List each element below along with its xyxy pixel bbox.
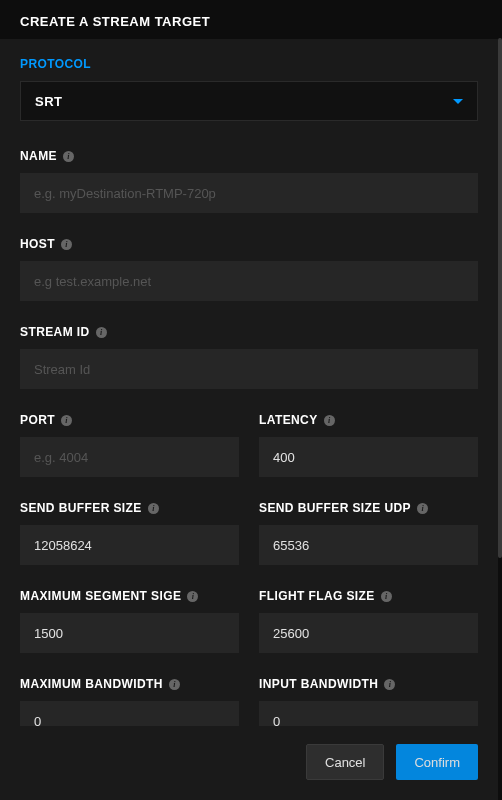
protocol-label-row: PROTOCOL [20,57,478,71]
chevron-down-icon [453,99,463,104]
protocol-label: PROTOCOL [20,57,91,71]
dialog-footer: Cancel Confirm [0,726,498,800]
info-icon[interactable] [61,239,72,250]
send-buffer-size-input[interactable] [20,525,239,565]
flight-flag-size-label: FLIGHT FLAG SIZE [259,589,375,603]
scrollbar-track[interactable] [498,38,502,800]
dialog-create-stream-target: CREATE A STREAM TARGET PROTOCOL SRT NAME… [0,0,502,800]
latency-input[interactable] [259,437,478,477]
maximum-bandwidth-label: MAXIMUM BANDWIDTH [20,677,163,691]
info-icon[interactable] [148,503,159,514]
protocol-select[interactable]: SRT [20,81,478,121]
info-icon[interactable] [169,679,180,690]
info-icon[interactable] [63,151,74,162]
info-icon[interactable] [381,591,392,602]
host-label: HOST [20,237,55,251]
stream-id-label: STREAM ID [20,325,90,339]
send-buffer-size-udp-input[interactable] [259,525,478,565]
cancel-button[interactable]: Cancel [306,744,384,780]
send-buffer-size-label: SEND BUFFER SIZE [20,501,142,515]
info-icon[interactable] [96,327,107,338]
info-icon[interactable] [384,679,395,690]
name-label: NAME [20,149,57,163]
info-icon[interactable] [417,503,428,514]
host-input[interactable] [20,261,478,301]
name-input[interactable] [20,173,478,213]
info-icon[interactable] [187,591,198,602]
protocol-select-value: SRT [35,94,63,109]
stream-id-input[interactable] [20,349,478,389]
info-icon[interactable] [61,415,72,426]
port-input[interactable] [20,437,239,477]
flight-flag-size-input[interactable] [259,613,478,653]
dialog-title: CREATE A STREAM TARGET [20,14,482,29]
maximum-segment-size-input[interactable] [20,613,239,653]
scrollbar-thumb[interactable] [498,38,502,558]
maximum-segment-size-label: MAXIMUM SEGMENT SIGE [20,589,181,603]
dialog-body: PROTOCOL SRT NAME HOST STREAM ID [0,39,498,727]
input-bandwidth-input[interactable] [259,701,478,727]
info-icon[interactable] [324,415,335,426]
send-buffer-size-udp-label: SEND BUFFER SIZE UDP [259,501,411,515]
confirm-button[interactable]: Confirm [396,744,478,780]
port-label: PORT [20,413,55,427]
input-bandwidth-label: INPUT BANDWIDTH [259,677,378,691]
latency-label: LATENCY [259,413,318,427]
maximum-bandwidth-input[interactable] [20,701,239,727]
dialog-header: CREATE A STREAM TARGET [0,0,502,39]
